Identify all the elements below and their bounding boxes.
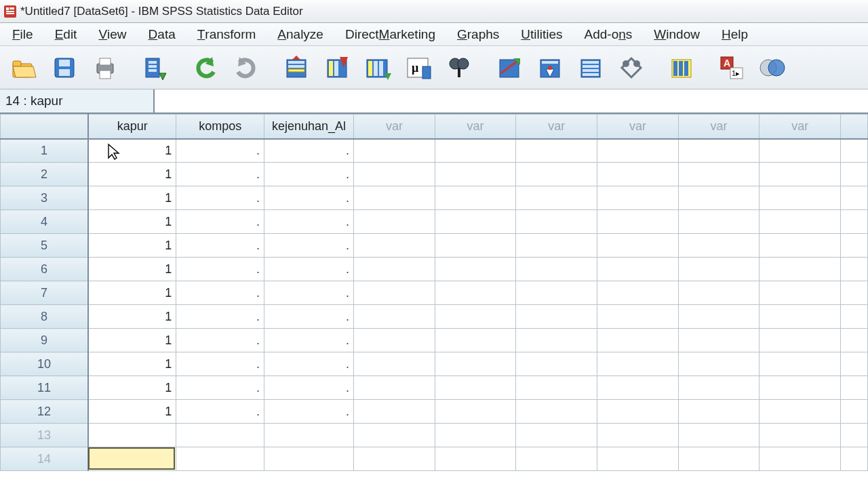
data-cell[interactable]: [516, 305, 597, 329]
data-cell[interactable]: [678, 210, 760, 234]
data-cell[interactable]: .: [264, 376, 354, 400]
column-header-kapur[interactable]: kapur: [88, 115, 176, 139]
print-button[interactable]: [87, 49, 123, 86]
data-cell[interactable]: .: [264, 281, 354, 305]
data-cell[interactable]: [435, 424, 516, 447]
redo-button[interactable]: [228, 49, 264, 86]
data-cell[interactable]: 1: [88, 352, 176, 376]
data-cell[interactable]: [435, 210, 516, 234]
data-cell[interactable]: [841, 234, 868, 258]
data-cell[interactable]: [678, 400, 760, 424]
data-cell[interactable]: [678, 163, 760, 186]
data-cell[interactable]: [516, 281, 597, 305]
open-button[interactable]: [5, 49, 42, 86]
row-header[interactable]: 11: [1, 376, 89, 400]
formula-box[interactable]: [155, 89, 868, 113]
save-button[interactable]: [46, 49, 83, 86]
data-cell[interactable]: [760, 139, 841, 163]
row-header[interactable]: 7: [1, 281, 89, 305]
data-cell[interactable]: [435, 186, 516, 210]
data-cell[interactable]: [841, 305, 868, 329]
data-cell[interactable]: .: [176, 210, 264, 234]
menu-edit[interactable]: Edit: [44, 23, 88, 45]
data-cell[interactable]: 1: [88, 163, 176, 186]
data-grid[interactable]: kapurkomposkejenuhan_Alvarvarvarvarvarva…: [0, 114, 868, 471]
data-cell[interactable]: [841, 424, 868, 447]
column-header-empty[interactable]: var: [678, 115, 760, 139]
corner-cell[interactable]: [1, 115, 89, 139]
data-cell[interactable]: [435, 281, 516, 305]
data-cell[interactable]: [435, 163, 516, 186]
split-file-button[interactable]: [491, 49, 528, 86]
data-cell[interactable]: [88, 424, 176, 447]
data-cell[interactable]: .: [176, 163, 264, 186]
data-cell[interactable]: [760, 163, 841, 186]
data-cell[interactable]: [354, 352, 435, 376]
data-cell[interactable]: [841, 163, 868, 186]
row-header[interactable]: 4: [1, 210, 89, 234]
data-cell[interactable]: .: [264, 163, 354, 186]
column-header-kompos[interactable]: kompos: [176, 115, 264, 139]
row-header[interactable]: 3: [1, 186, 89, 210]
data-cell[interactable]: .: [264, 210, 354, 234]
row-header[interactable]: 8: [1, 305, 89, 329]
column-header-empty[interactable]: var: [354, 115, 435, 139]
use-sets-button[interactable]: [663, 49, 700, 86]
data-cell[interactable]: .: [176, 258, 264, 281]
data-cell[interactable]: 1: [88, 234, 176, 258]
row-header[interactable]: 12: [1, 400, 89, 424]
data-cell[interactable]: [841, 376, 868, 400]
data-cell[interactable]: [678, 329, 760, 352]
data-cell[interactable]: 1: [88, 281, 176, 305]
data-cell[interactable]: .: [264, 352, 354, 376]
data-cell[interactable]: [354, 424, 435, 447]
menu-utilities[interactable]: Utilities: [510, 23, 573, 45]
menu-graphs[interactable]: Graphs: [446, 23, 510, 45]
data-cell[interactable]: 1: [88, 329, 176, 352]
spellcheck-button[interactable]: A1▸: [713, 49, 750, 86]
row-header[interactable]: 1: [1, 139, 89, 163]
data-cell[interactable]: [841, 447, 868, 471]
data-cell[interactable]: 1: [88, 400, 176, 424]
data-cell[interactable]: [678, 424, 760, 447]
data-cell[interactable]: [354, 234, 435, 258]
row-header[interactable]: 6: [1, 258, 89, 281]
data-cell[interactable]: [516, 258, 597, 281]
find-button[interactable]: [441, 49, 477, 86]
data-cell[interactable]: [597, 281, 679, 305]
data-cell[interactable]: .: [176, 329, 264, 352]
data-cell[interactable]: [597, 258, 679, 281]
data-cell[interactable]: [597, 234, 679, 258]
data-cell[interactable]: [354, 139, 435, 163]
customize-button[interactable]: [754, 49, 791, 86]
data-cell[interactable]: .: [264, 400, 354, 424]
data-cell[interactable]: .: [176, 376, 264, 400]
column-header-empty[interactable]: var: [516, 115, 597, 139]
data-cell[interactable]: [841, 281, 868, 305]
data-cell[interactable]: 1: [88, 210, 176, 234]
data-cell[interactable]: [597, 352, 679, 376]
data-cell[interactable]: [435, 329, 516, 352]
data-cell[interactable]: [354, 447, 435, 471]
column-header-empty[interactable]: var: [597, 115, 679, 139]
data-cell[interactable]: [354, 400, 435, 424]
data-cell[interactable]: [760, 281, 841, 305]
menu-add-ons[interactable]: Add-ons: [574, 23, 644, 45]
data-cell[interactable]: [597, 447, 679, 471]
data-cell[interactable]: [516, 186, 597, 210]
data-cell[interactable]: [760, 234, 841, 258]
data-cell[interactable]: .: [176, 186, 264, 210]
data-cell[interactable]: [516, 352, 597, 376]
data-cell[interactable]: [354, 305, 435, 329]
data-cell[interactable]: 1: [88, 258, 176, 281]
data-cell[interactable]: [760, 400, 841, 424]
data-cell[interactable]: [516, 424, 597, 447]
row-header[interactable]: 2: [1, 163, 89, 186]
data-cell[interactable]: [516, 376, 597, 400]
data-cell[interactable]: [760, 329, 841, 352]
data-cell[interactable]: [597, 424, 679, 447]
menu-help[interactable]: Help: [711, 23, 759, 45]
data-cell[interactable]: [760, 305, 841, 329]
data-cell[interactable]: [597, 329, 679, 352]
weight-cases-button[interactable]: [532, 49, 568, 86]
